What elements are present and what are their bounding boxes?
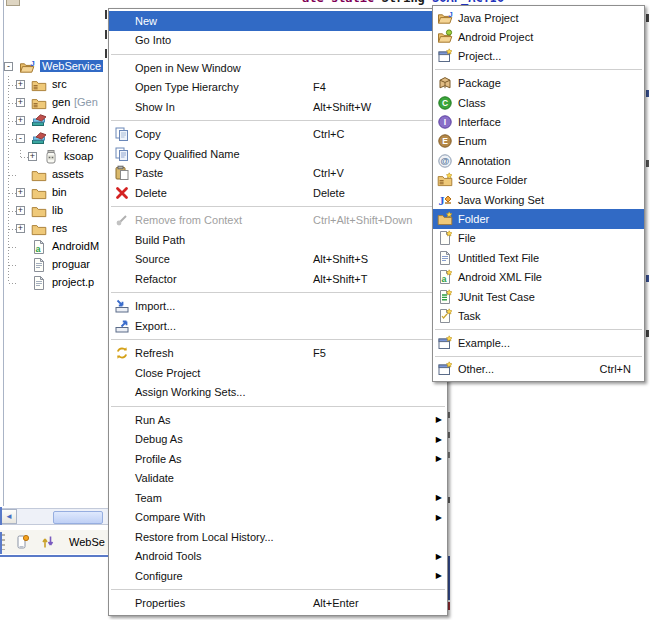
menu-item-package[interactable]: Package	[433, 74, 644, 93]
menu-item-properties[interactable]: PropertiesAlt+Enter	[109, 594, 447, 614]
tree-item-proguar[interactable]: proguar	[0, 256, 112, 274]
menu-item-validate[interactable]: Validate	[109, 469, 447, 489]
code-segment: ate	[302, 0, 331, 5]
menu-item-untitled-text-file[interactable]: Untitled Text File	[433, 248, 644, 267]
tree-connector	[9, 211, 17, 212]
collapse-icon[interactable]: -	[16, 134, 25, 143]
menu-item-import[interactable]: Import...	[109, 297, 447, 317]
package-icon	[437, 75, 453, 91]
expand-icon[interactable]: +	[16, 116, 25, 125]
status-sync-icon[interactable]	[40, 534, 56, 550]
menu-item-assign-working-sets[interactable]: Assign Working Sets...	[109, 383, 447, 403]
paste-icon	[114, 165, 130, 181]
menu-item-shortcut: Ctrl+C	[313, 128, 344, 140]
scrollbar-thumb[interactable]	[53, 511, 103, 524]
context-menu: New▶Go IntoOpen in New WindowOpen Type H…	[108, 8, 448, 616]
menu-item-annotation[interactable]: @Annotation	[433, 151, 644, 170]
tree-connector	[9, 121, 17, 122]
expand-icon[interactable]: +	[16, 224, 25, 233]
expand-icon[interactable]: +	[28, 152, 37, 161]
menu-item-android-project[interactable]: Android Project	[433, 27, 644, 46]
blank-icon	[114, 99, 130, 115]
svg-text:J: J	[449, 10, 453, 19]
blank-icon	[114, 529, 130, 545]
jar-icon	[43, 149, 59, 165]
tree-item-label: Android	[52, 114, 90, 126]
copy-qualified-icon	[114, 146, 130, 162]
editor-text-sliver	[646, 14, 649, 22]
menu-item-junit-test-case[interactable]: JUnit Test Case	[433, 287, 644, 306]
menu-item-interface[interactable]: IInterface	[433, 112, 644, 131]
menu-item-copy[interactable]: CopyCtrl+C	[109, 125, 447, 145]
blank-icon	[114, 271, 130, 287]
menu-item-label: JUnit Test Case	[458, 291, 535, 303]
tree-item-bin[interactable]: +bin	[0, 184, 112, 202]
tree-item-res[interactable]: +res	[0, 220, 112, 238]
task-icon	[437, 308, 453, 324]
menu-item-label: Copy Qualified Name	[135, 148, 240, 160]
menu-item-shortcut: F4	[313, 81, 326, 93]
tree-item-lib[interactable]: +lib	[0, 202, 112, 220]
menu-item-go-into[interactable]: Go Into	[109, 31, 447, 51]
status-selection-label: WebSe	[69, 536, 105, 548]
menu-item-close-project[interactable]: Close Project	[109, 363, 447, 383]
menu-item-example[interactable]: Example...	[433, 333, 644, 352]
menu-item-file[interactable]: File	[433, 229, 644, 248]
menu-item-refresh[interactable]: RefreshF5	[109, 344, 447, 364]
menu-item-class[interactable]: CClass	[433, 93, 644, 112]
menu-item-other[interactable]: Other...Ctrl+N	[433, 360, 644, 379]
tree-item-src[interactable]: +src	[0, 76, 112, 94]
source-folder-new-icon	[437, 172, 453, 188]
tree-item-androidm[interactable]: aAndroidM	[0, 238, 112, 256]
tree-item-android[interactable]: +Android	[0, 112, 112, 130]
menu-item-android-tools[interactable]: Android Tools▶	[109, 547, 447, 567]
menu-item-android-xml-file[interactable]: aAndroid XML File	[433, 267, 644, 286]
menu-item-source-folder[interactable]: Source Folder	[433, 171, 644, 190]
menu-item-delete[interactable]: DeleteDelete	[109, 183, 447, 203]
menu-item-folder[interactable]: Folder	[433, 209, 644, 228]
menu-item-open-type-hierarchy[interactable]: Open Type HierarchyF4	[109, 78, 447, 98]
menu-item-java-project[interactable]: JJava Project	[433, 8, 644, 27]
expand-icon[interactable]: +	[16, 80, 25, 89]
menu-item-debug-as[interactable]: Debug As▶	[109, 430, 447, 450]
window-edge	[0, 532, 2, 554]
menu-item-shortcut: F5	[313, 347, 326, 359]
scroll-left-button[interactable]: ◄	[1, 509, 17, 524]
tree-item-referenc[interactable]: -Referenc	[0, 130, 112, 148]
expand-icon[interactable]: +	[16, 206, 25, 215]
menu-item-java-working-set[interactable]: JJava Working Set	[433, 190, 644, 209]
menu-item-new[interactable]: New▶	[109, 11, 447, 31]
tree-item-webservice[interactable]: -JWebService	[0, 58, 112, 76]
menu-item-compare-with[interactable]: Compare With▶	[109, 508, 447, 528]
tree-item-gen[interactable]: +gen [Gen	[0, 94, 112, 112]
status-device-icon[interactable]	[14, 534, 30, 550]
tree-item-project-p[interactable]: project.p	[0, 274, 112, 292]
expand-icon[interactable]: +	[16, 188, 25, 197]
menu-item-team[interactable]: Team▶	[109, 488, 447, 508]
menu-item-export[interactable]: Export...	[109, 316, 447, 336]
menu-item-remove-from-context[interactable]: Remove from ContextCtrl+Alt+Shift+Down	[109, 211, 447, 231]
tree-item-label: ksoap	[64, 150, 93, 162]
menu-item-refactor[interactable]: RefactorAlt+Shift+T▶	[109, 269, 447, 289]
menu-item-enum[interactable]: EEnum	[433, 132, 644, 151]
tree-item-label: Referenc	[52, 132, 97, 144]
menu-item-paste[interactable]: PasteCtrl+V	[109, 164, 447, 184]
tree-item-assets[interactable]: assets	[0, 166, 112, 184]
tree-item-ksoap[interactable]: +ksoap	[0, 148, 112, 166]
menu-item-restore-from-local-history[interactable]: Restore from Local History...	[109, 527, 447, 547]
svg-text:@: @	[441, 156, 450, 166]
expand-icon[interactable]: +	[16, 98, 25, 107]
horizontal-scrollbar[interactable]: ◄	[0, 508, 112, 525]
menu-item-copy-qualified-name[interactable]: Copy Qualified Name	[109, 144, 447, 164]
menu-item-build-path[interactable]: Build Path▶	[109, 230, 447, 250]
menu-item-profile-as[interactable]: Profile As▶	[109, 449, 447, 469]
menu-item-project[interactable]: Project...	[433, 47, 644, 66]
menu-item-run-as[interactable]: Run As▶	[109, 410, 447, 430]
menu-item-source[interactable]: SourceAlt+Shift+S▶	[109, 250, 447, 270]
menu-item-show-in[interactable]: Show InAlt+Shift+W▶	[109, 97, 447, 117]
menu-item-open-in-new-window[interactable]: Open in New Window	[109, 58, 447, 78]
menu-item-task[interactable]: Task	[433, 306, 644, 325]
menu-item-configure[interactable]: Configure▶	[109, 566, 447, 586]
menu-item-label: Open in New Window	[135, 62, 241, 74]
collapse-icon[interactable]: -	[4, 62, 13, 71]
